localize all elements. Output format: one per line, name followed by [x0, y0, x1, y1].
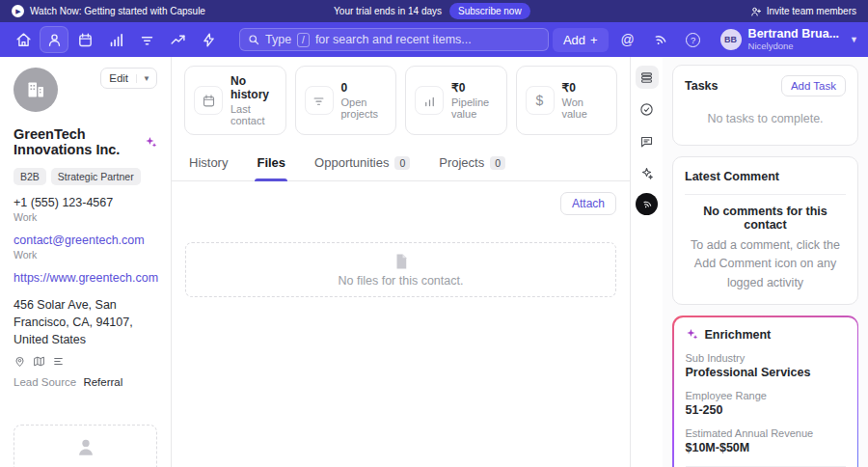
map-icon[interactable] [33, 355, 45, 368]
annual-revenue-label: Estimated Annual Revenue [686, 427, 846, 439]
sub-industry-label: Sub Industry [686, 352, 846, 364]
nav-automation-button[interactable] [195, 27, 222, 52]
broadcast-icon [638, 196, 654, 211]
edit-contact-button[interactable]: Edit ▼ [100, 68, 157, 89]
sub-industry-value: Professional Services [686, 366, 846, 379]
comment-empty-body: To add a comment, click the Add Comment … [685, 236, 846, 294]
tasks-panel-title: Tasks [685, 79, 719, 93]
mentions-button[interactable]: @ [614, 27, 641, 52]
comment-empty-title: No comments for this contact [685, 205, 846, 232]
home-icon [15, 32, 32, 48]
files-tab-panel: Attach No files for this contact. [172, 181, 630, 308]
person-silhouette-icon [75, 437, 96, 458]
user-name: Bertrand Brua... [748, 27, 839, 41]
help-icon: ? [686, 33, 700, 47]
nav-reports-button[interactable] [102, 27, 129, 52]
tag-b2b[interactable]: B2B [14, 168, 46, 185]
contact-sidebar: Edit ▼ GreenTech Innovations Inc. B2B St… [0, 57, 172, 467]
broadcast-button[interactable] [647, 27, 674, 52]
pipeline-value-card[interactable]: ₹0 Pipeline value [405, 66, 507, 135]
phone-type-label: Work [14, 211, 157, 223]
dollar-icon: $ [526, 86, 555, 115]
rail-tasks-button[interactable] [636, 97, 659, 121]
sparkles-icon [639, 166, 654, 180]
chevron-down-icon: ▼ [850, 35, 858, 44]
lead-source-label: Lead Source [14, 376, 76, 388]
rail-summary-button[interactable] [636, 66, 659, 89]
rail-broadcast-button[interactable] [636, 193, 658, 215]
email-type-label: Work [14, 249, 157, 261]
content-tabs: History Files Opportunities0 Projects0 [172, 146, 630, 181]
nav-calendar-button[interactable] [71, 27, 98, 52]
user-org: Nicelydone [748, 41, 839, 52]
watch-now-link[interactable]: ▶ Watch Now: Getting started with Capsul… [12, 5, 205, 17]
trial-countdown: Your trial ends in 14 days [334, 6, 442, 16]
calendar-icon [77, 32, 94, 48]
website-link[interactable]: https://www.greentech.com [14, 271, 157, 285]
tab-opportunities[interactable]: Opportunities0 [312, 146, 412, 180]
search-icon [248, 34, 259, 45]
rail-comments-button[interactable] [636, 129, 659, 152]
map-pin-icon[interactable] [14, 355, 26, 368]
check-circle-icon [639, 102, 654, 117]
latest-comment-panel: Latest Comment No comments for this cont… [672, 156, 858, 305]
person-plus-icon [750, 6, 762, 17]
stack-icon [639, 70, 654, 85]
activity-rail [631, 57, 663, 467]
tag-strategic-partner[interactable]: Strategic Partner [51, 168, 141, 185]
trial-banner: ▶ Watch Now: Getting started with Capsul… [0, 0, 868, 22]
invite-team-members-button[interactable]: Invite team members [750, 6, 856, 17]
ai-sparkle-icon [686, 328, 698, 341]
main-panel: No history Last contact 0 Open projects … [172, 57, 631, 467]
help-button[interactable]: ? [680, 27, 707, 52]
broadcast-icon [649, 29, 671, 51]
won-value-card[interactable]: $ ₹0 Won value [516, 66, 618, 135]
main-navbar: Type / for search and recent items... Ad… [0, 22, 868, 57]
file-icon [393, 253, 410, 270]
chat-bubble-icon [639, 134, 654, 149]
add-task-button[interactable]: Add Task [781, 75, 846, 96]
at-sign-icon: @ [621, 32, 635, 47]
open-projects-card[interactable]: 0 Open projects [295, 66, 397, 135]
pipeline-lines-icon [312, 94, 326, 108]
nav-people-button[interactable] [41, 27, 68, 52]
rail-enrichment-button[interactable] [636, 161, 659, 184]
tab-files[interactable]: Files [255, 146, 287, 180]
user-menu[interactable]: BB Bertrand Brua... Nicelydone ▼ [720, 27, 858, 51]
play-icon: ▶ [12, 5, 24, 17]
ai-sparkle-icon [145, 136, 157, 149]
edit-dropdown-chevron-icon[interactable]: ▼ [136, 74, 156, 83]
slash-key-hint: / [297, 33, 310, 47]
attach-file-button[interactable]: Attach [560, 192, 616, 215]
person-icon [46, 32, 63, 48]
search-placeholder-rest: for search and recent items... [315, 33, 472, 46]
add-button[interactable]: Add + [553, 28, 609, 52]
opportunities-count-badge: 0 [394, 156, 410, 170]
comment-panel-title: Latest Comment [685, 170, 779, 183]
nav-pipeline-button[interactable] [133, 27, 160, 52]
bar-chart-icon [422, 94, 437, 108]
postal-address: 456 Solar Ave, San Francisco, CA, 94107,… [14, 296, 160, 348]
last-contact-card[interactable]: No history Last contact [184, 66, 286, 135]
directions-list-icon[interactable] [52, 355, 65, 368]
lead-source-value: Referral [83, 376, 122, 388]
nav-sales-button[interactable] [164, 27, 191, 52]
organisation-avatar [14, 68, 58, 112]
phone-number[interactable]: +1 (555) 123-4567 [14, 196, 157, 209]
lightning-icon [201, 32, 217, 48]
tab-history[interactable]: History [187, 146, 230, 180]
employee-range-label: Employee Range [686, 390, 846, 401]
tag-list: B2B Strategic Partner [14, 168, 157, 185]
background-info-empty-state[interactable]: No information recorded Add background i… [14, 425, 157, 467]
user-avatar: BB [720, 29, 742, 50]
annual-revenue-value: $10M-$50M [686, 441, 846, 454]
subscribe-now-button[interactable]: Subscribe now [449, 3, 530, 19]
side-panels: Tasks Add Task No tasks to complete. Lat… [663, 57, 868, 467]
tab-projects[interactable]: Projects0 [437, 146, 507, 180]
nav-home-button[interactable] [10, 27, 37, 52]
email-link[interactable]: contact@greentech.com [14, 234, 157, 247]
company-name: GreenTech Innovations Inc. [14, 126, 140, 157]
watch-now-label: Watch Now: Getting started with Capsule [30, 6, 205, 16]
global-search-input[interactable]: Type / for search and recent items... [239, 28, 549, 51]
files-empty-state: No files for this contact. [185, 242, 616, 297]
